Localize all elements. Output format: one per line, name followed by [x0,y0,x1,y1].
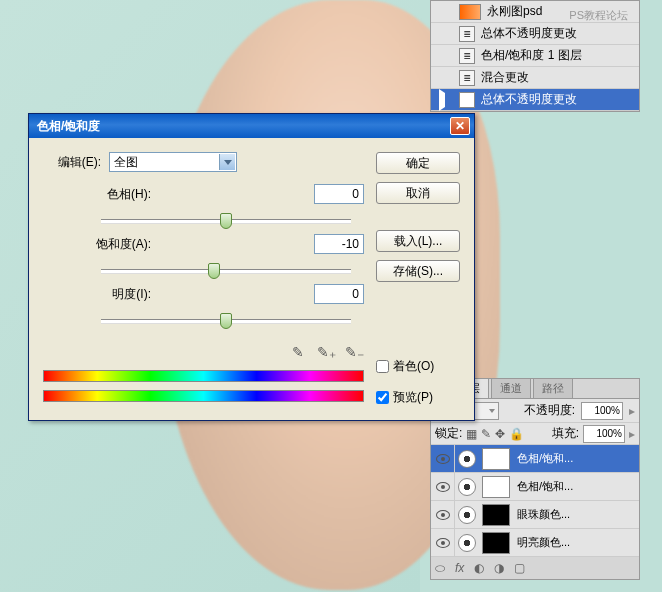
lightness-input[interactable]: 0 [314,284,364,304]
lock-all-icon[interactable]: 🔒 [509,427,524,441]
hue-saturation-dialog: 色相/饱和度 ✕ 编辑(E): 全图 色相(H): 0 [28,113,475,421]
slider-thumb[interactable] [220,313,232,329]
history-item-selected[interactable]: ≡ 总体不透明度更改 [431,89,639,111]
adjustment-new-icon[interactable]: ◑ [494,561,504,575]
page-icon: ≡ [459,48,475,64]
tab-channels[interactable]: 通道 [491,378,531,398]
lock-transparency-icon[interactable]: ▦ [466,427,477,441]
close-button[interactable]: ✕ [450,117,470,135]
spectrum-bar-top [43,370,364,382]
layer-item-selected[interactable]: 色相/饱和... [431,445,639,473]
saturation-input[interactable]: -10 [314,234,364,254]
dialog-title: 色相/饱和度 [37,118,450,135]
eye-icon[interactable] [436,538,450,548]
eyedropper-icon[interactable]: ✎ [288,342,308,362]
lock-paint-icon[interactable]: ✎ [481,427,491,441]
lightness-slider[interactable] [101,310,351,330]
adjustment-icon [458,506,476,524]
colorize-label: 着色(O) [393,358,434,375]
adjustment-icon [458,450,476,468]
tab-paths[interactable]: 路径 [533,378,573,398]
load-button[interactable]: 载入(L)... [376,230,460,252]
opacity-label: 不透明度: [524,402,575,419]
layer-item[interactable]: 眼珠颜色... [431,501,639,529]
layer-mask-thumb[interactable] [482,504,510,526]
colorize-checkbox[interactable] [376,360,389,373]
saturation-label: 饱和度(A): [43,236,151,253]
edit-label: 编辑(E): [43,154,101,171]
layer-mask-thumb[interactable] [482,476,510,498]
chevron-down-icon [219,154,235,170]
chevron-right-icon[interactable]: ▸ [629,404,635,418]
save-button[interactable]: 存储(S)... [376,260,460,282]
history-item-label: 总体不透明度更改 [481,91,577,108]
link-icon[interactable]: ⬭ [435,561,445,575]
history-item[interactable]: ≡ 色相/饱和度 1 图层 [431,45,639,67]
edit-dropdown-value: 全图 [114,154,138,171]
ok-button[interactable]: 确定 [376,152,460,174]
adjustment-icon [458,478,476,496]
preview-checkbox[interactable] [376,391,389,404]
hue-input[interactable]: 0 [314,184,364,204]
eyedropper-subtract-icon[interactable]: ✎₋ [344,342,364,362]
layer-item[interactable]: 色相/饱和... [431,473,639,501]
saturation-slider[interactable] [101,260,351,280]
fill-input[interactable]: 100% [583,425,625,443]
slider-thumb[interactable] [220,213,232,229]
dialog-titlebar[interactable]: 色相/饱和度 ✕ [29,114,474,138]
layers-footer: ⬭ fx ◐ ◑ ▢ [431,557,639,579]
page-icon: ≡ [459,92,475,108]
history-thumb-icon [459,4,481,20]
fill-label: 填充: [552,425,579,442]
hue-label: 色相(H): [43,186,151,203]
page-icon: ≡ [459,70,475,86]
layer-name: 明亮颜色... [513,535,639,550]
eye-icon[interactable] [436,482,450,492]
slider-thumb[interactable] [208,263,220,279]
lightness-label: 明度(I): [43,286,151,303]
history-item[interactable]: ≡ 混合更改 [431,67,639,89]
history-item-label: 色相/饱和度 1 图层 [481,47,582,64]
history-item-label: 永刚图psd [487,3,542,20]
layer-mask-thumb[interactable] [482,532,510,554]
edit-dropdown[interactable]: 全图 [109,152,237,172]
eye-icon[interactable] [436,454,450,464]
chevron-right-icon[interactable]: ▸ [629,427,635,441]
hue-slider[interactable] [101,210,351,230]
mask-icon[interactable]: ◐ [474,561,484,575]
cancel-button[interactable]: 取消 [376,182,460,204]
history-item[interactable]: ≡ 总体不透明度更改 [431,23,639,45]
adjustment-icon [458,534,476,552]
history-item-label: 混合更改 [481,69,529,86]
layer-name: 色相/饱和... [513,479,639,494]
eyedropper-add-icon[interactable]: ✎₊ [316,342,336,362]
spectrum-bar-bottom [43,390,364,402]
layer-name: 色相/饱和... [513,451,639,466]
folder-icon[interactable]: ▢ [514,561,525,575]
current-arrow-icon [439,89,445,111]
page-icon: ≡ [459,26,475,42]
history-item-label: 总体不透明度更改 [481,25,577,42]
lock-move-icon[interactable]: ✥ [495,427,505,441]
layer-item[interactable]: 明亮颜色... [431,529,639,557]
watermark-text: PS教程论坛 [569,8,628,23]
preview-label: 预览(P) [393,389,433,406]
layer-mask-thumb[interactable] [482,448,510,470]
eye-icon[interactable] [436,510,450,520]
fx-icon[interactable]: fx [455,561,464,575]
lock-label: 锁定: [435,425,462,442]
opacity-input[interactable]: 100% [581,402,623,420]
layer-name: 眼珠颜色... [513,507,639,522]
